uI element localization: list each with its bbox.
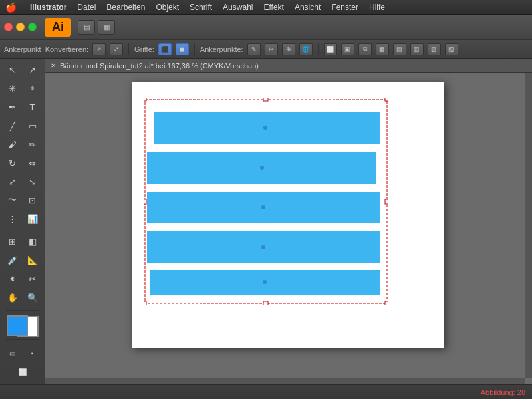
select-tool[interactable]: ↖ xyxy=(3,61,22,78)
menu-ansicht[interactable]: Ansicht xyxy=(289,0,326,15)
anchor-btn-4[interactable]: 🌐 xyxy=(299,43,313,55)
direct-select-tool[interactable]: ↗ xyxy=(23,61,42,78)
reflect-tool[interactable]: ⇔ xyxy=(23,154,42,172)
options-bar: Ankerpunkt Konvertieren: ↗ ⤢ Griffe: ⬛ ◼… xyxy=(0,40,532,59)
konvertieren-label: Konvertieren: xyxy=(45,45,88,53)
gradient-tool[interactable]: ◧ xyxy=(23,233,42,251)
griffe-btn-2[interactable]: ◼ xyxy=(176,43,189,55)
tool-separator-3 xyxy=(6,339,39,340)
ai-logo: Ai xyxy=(45,18,71,37)
scissors-tool[interactable]: ✂ xyxy=(23,271,42,288)
view-mode-1[interactable]: ▭ xyxy=(3,344,22,362)
mesh-tool[interactable]: ⊞ xyxy=(3,233,22,251)
line-tool[interactable]: ╱ xyxy=(3,117,22,134)
paintbrush-tool[interactable]: 🖌 xyxy=(3,136,22,153)
free-transform-tool[interactable]: ⊡ xyxy=(23,192,42,209)
griffe-btn-1[interactable]: ⬛ xyxy=(158,43,172,55)
apple-menu[interactable]: 🍎 xyxy=(5,2,17,13)
anchor-btn-1[interactable]: ✎ xyxy=(247,43,261,55)
menu-schrift[interactable]: Schrift xyxy=(184,0,217,15)
main-area: ↖ ↗ ✳ ⌖ ✒ T ╱ ▭ 🖌 ✏ ↻ ⇔ ⤢ ⤡ 〜 ⊡ xyxy=(0,59,532,384)
tool-separator-1 xyxy=(6,231,39,231)
status-text: Abbildung: 28 xyxy=(481,388,525,396)
maximize-button[interactable] xyxy=(28,23,37,31)
foreground-color[interactable] xyxy=(7,315,28,336)
status-bar: Abbildung: 28 xyxy=(0,384,532,399)
toolbar-extra-6[interactable]: ▥ xyxy=(410,43,424,55)
text-tool[interactable]: T xyxy=(23,98,42,116)
tool-separator-2 xyxy=(6,310,39,311)
close-button[interactable] xyxy=(4,23,13,31)
lasso-tool[interactable]: ⌖ xyxy=(23,80,42,97)
measure-tool[interactable]: 📐 xyxy=(23,252,42,269)
color-area xyxy=(7,315,39,338)
menu-illustrator[interactable]: Illustrator xyxy=(25,0,72,15)
toolbar-extra-1[interactable]: ⬜ xyxy=(324,43,337,55)
anchor-btn-3[interactable]: ⊕ xyxy=(282,43,295,55)
menu-datei[interactable]: Datei xyxy=(72,0,101,15)
toolbar-extra-5[interactable]: ▤ xyxy=(393,43,406,55)
rect-tool[interactable]: ▭ xyxy=(23,117,42,134)
separator-1 xyxy=(128,43,129,55)
separator-3 xyxy=(318,43,319,55)
menu-hilfe[interactable]: Hilfe xyxy=(364,0,390,15)
canvas-title: Bänder und Spiralen_tut2.ai* bei 167,36 … xyxy=(60,62,259,70)
ankerpunkt-label: Ankerpunkt xyxy=(4,45,41,53)
arrange-button[interactable]: ▦ xyxy=(98,20,115,35)
zoom-tool[interactable]: 🔍 xyxy=(23,289,42,307)
toolbar-extra-7[interactable]: ▧ xyxy=(428,43,441,55)
pencil-tool[interactable]: ✏ xyxy=(23,136,42,153)
new-doc-button[interactable]: ▤ xyxy=(78,20,95,35)
menu-bearbeiten[interactable]: Bearbeiten xyxy=(101,0,150,15)
magic-wand-tool[interactable]: ✳ xyxy=(3,80,22,97)
rotate-tool[interactable]: ↻ xyxy=(3,154,22,172)
view-mode-2[interactable]: ▪ xyxy=(23,344,42,362)
warp-tool[interactable]: 〜 xyxy=(3,192,22,209)
menu-effekt[interactable]: Effekt xyxy=(258,0,289,15)
graph-tool[interactable]: 📊 xyxy=(23,210,42,227)
menu-bar: 🍎 Illustrator Datei Bearbeiten Objekt Sc… xyxy=(0,0,532,15)
minimize-button[interactable] xyxy=(16,23,25,31)
griffe-label: Griffe: xyxy=(134,45,154,53)
toolbar-extra-8[interactable]: ▨ xyxy=(445,43,458,55)
menu-fenster[interactable]: Fenster xyxy=(326,0,364,15)
pen-tool[interactable]: ✒ xyxy=(3,98,22,116)
menu-objekt[interactable]: Objekt xyxy=(150,0,184,15)
window-controls xyxy=(4,23,37,31)
symbol-tool[interactable]: ⋮ xyxy=(3,210,22,227)
app-toolbar: Ai ▤ ▦ xyxy=(0,15,532,40)
toolbar-extra-2[interactable]: ▣ xyxy=(341,43,354,55)
ankerpunkte-label: Ankerpunkte: xyxy=(200,45,243,53)
artboard xyxy=(132,82,444,348)
scale-tool[interactable]: ⤢ xyxy=(3,173,22,190)
blend-tool[interactable]: ⁕ xyxy=(3,271,22,288)
convert-btn-2[interactable]: ⤢ xyxy=(110,43,123,55)
canvas-tab[interactable]: ✕ Bänder und Spiralen_tut2.ai* bei 167,3… xyxy=(45,59,532,73)
menu-auswahl[interactable]: Auswahl xyxy=(217,0,258,15)
hand-tool[interactable]: ✋ xyxy=(3,289,22,307)
anchor-btn-2[interactable]: ✂ xyxy=(265,43,278,55)
toolbar-extra-4[interactable]: ▦ xyxy=(376,43,389,55)
convert-btn-1[interactable]: ↗ xyxy=(92,43,106,55)
reshape-tool[interactable]: ⤡ xyxy=(23,173,42,190)
toolbox: ↖ ↗ ✳ ⌖ ✒ T ╱ ▭ 🖌 ✏ ↻ ⇔ ⤢ ⤡ 〜 ⊡ xyxy=(0,59,45,384)
eyedropper-tool[interactable]: 💉 xyxy=(3,252,22,269)
close-tab-icon[interactable]: ✕ xyxy=(51,62,56,69)
separator-2 xyxy=(194,43,195,55)
screen-mode[interactable]: ⬜ xyxy=(13,363,32,380)
canvas-area[interactable]: ✕ Bänder und Spiralen_tut2.ai* bei 167,3… xyxy=(45,59,532,384)
toolbar-extra-3[interactable]: ⧉ xyxy=(358,43,372,55)
